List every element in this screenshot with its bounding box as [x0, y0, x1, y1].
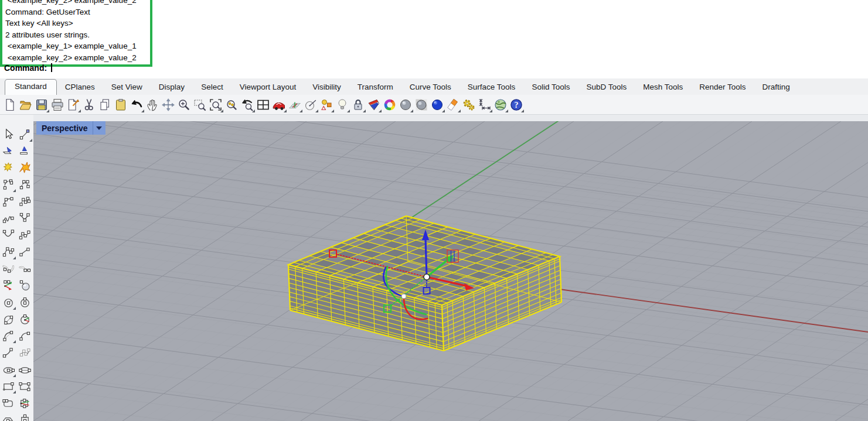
zoom-dynamic-icon[interactable] [176, 97, 192, 112]
earth-globe-icon[interactable] [492, 97, 508, 112]
car-icon[interactable] [271, 97, 287, 112]
rhino-window: <example_key_2> example_value_2Command: … [0, 0, 868, 421]
color-wheel-icon[interactable] [382, 97, 397, 112]
ribbon-tab-surface-tools[interactable]: Surface Tools [459, 80, 524, 95]
lamp-icon[interactable] [334, 97, 350, 112]
help-icon[interactable]: ? [508, 97, 524, 112]
sidebar-icon-circle-center[interactable] [1, 295, 16, 310]
copy-icon[interactable] [97, 97, 113, 112]
sidebar-icon-ellipse-diameter[interactable] [18, 362, 32, 377]
sidebar-icon-control-point-curve[interactable] [18, 194, 32, 209]
perspective-viewport[interactable]: Perspective [33, 121, 868, 421]
viewport-3d-scene[interactable] [33, 121, 868, 421]
viewport-title-tab[interactable]: Perspective [36, 121, 105, 135]
sidebar-icon-rectangle-corner[interactable] [1, 379, 16, 393]
ribbon-tab-render-tools[interactable]: Render Tools [691, 80, 754, 95]
rotate-view-icon[interactable] [160, 97, 176, 112]
sidebar-icon-smash[interactable] [18, 160, 32, 175]
sidebar-row [0, 262, 33, 279]
sidebar-icon-rectangle-axes[interactable] [18, 396, 32, 410]
sidebar-icon-free-form-curve[interactable] [1, 177, 16, 192]
ribbon-tab-curve-tools[interactable]: Curve Tools [401, 80, 459, 95]
sidebar-icon-show-objects[interactable] [18, 144, 32, 159]
shaded-viewport-icon[interactable] [366, 97, 382, 112]
workspace: Perspective [0, 115, 868, 421]
lock-objects-icon[interactable] [350, 97, 366, 112]
undo-icon[interactable] [128, 97, 144, 112]
sidebar-row [0, 379, 33, 396]
sidebar-icon-select-arrow[interactable] [1, 127, 16, 142]
render-preview-sphere-icon[interactable] [413, 97, 429, 112]
sidebar-icon-arc-3pt[interactable] [18, 328, 32, 343]
history-line-clipped: <example_key_2> example_value_2 [5, 0, 148, 6]
sidebar-icon-interpolate-curve[interactable] [1, 194, 16, 209]
sidebar-icon-polyline[interactable] [1, 245, 16, 259]
save-file-icon[interactable] [33, 97, 49, 112]
viewport-title: Perspective [42, 124, 88, 133]
export-icon[interactable] [65, 97, 81, 112]
radius-circle-icon[interactable] [302, 97, 318, 112]
render-blue-sphere-icon[interactable] [429, 97, 445, 112]
sidebar-icon-circle-axes[interactable] [18, 312, 32, 327]
sidebar-icon-polygon-square[interactable] [18, 413, 32, 421]
ribbon-tab-drafting[interactable]: Drafting [754, 80, 798, 95]
history-line: <example_key_1> example_value_1 [5, 40, 148, 52]
sidebar-icon-blend-curve[interactable] [1, 262, 16, 276]
new-file-icon[interactable] [2, 97, 18, 112]
zoom-extents-icon[interactable] [207, 97, 223, 112]
zoom-window-icon[interactable] [192, 97, 207, 112]
sidebar-icon-circle-diameter[interactable] [1, 312, 16, 327]
zoom-selected-icon[interactable] [223, 97, 239, 112]
chevron-down-icon[interactable] [93, 121, 105, 135]
paste-icon[interactable] [113, 97, 128, 112]
sidebar-icon-arc-tangent[interactable] [1, 345, 16, 360]
sidebar-icon-parabola[interactable] [1, 228, 16, 242]
ribbon-tab-visibility[interactable]: Visibility [304, 80, 349, 95]
sidebar-icon-circle-2pt[interactable] [18, 295, 32, 310]
sidebar-icon-rectangle-3pt[interactable] [18, 379, 32, 393]
sidebar-icon-sphere[interactable] [18, 278, 32, 293]
open-file-icon[interactable] [18, 97, 33, 112]
options-gears-icon[interactable] [461, 97, 476, 112]
ribbon-tab-display[interactable]: Display [151, 80, 193, 95]
ribbon-tab-subd-tools[interactable]: SubD Tools [578, 80, 635, 95]
sidebar-icon-line[interactable] [18, 245, 32, 259]
sidebar-icon-polygon-center[interactable] [1, 413, 16, 421]
sidebar-icon-rounded-rectangle[interactable] [1, 396, 16, 410]
sidebar-icon-arc-center[interactable] [1, 328, 16, 343]
ribbon-tab-standard[interactable]: Standard [5, 79, 57, 95]
sidebar-icon-point-curve[interactable] [18, 228, 32, 242]
ribbon-tab-transform[interactable]: Transform [349, 80, 401, 95]
ribbon-tab-cplanes[interactable]: CPlanes [57, 80, 103, 95]
dimension-tools-icon[interactable] [476, 97, 492, 112]
ribbon-tab-solid-tools[interactable]: Solid Tools [523, 80, 578, 95]
undo-view-change-icon[interactable] [239, 97, 255, 112]
cone-icon[interactable] [445, 97, 461, 112]
sidebar-icon-curve-v[interactable] [18, 211, 32, 225]
sidebar-icon-helix[interactable] [1, 211, 16, 225]
pan-view-icon[interactable] [144, 97, 160, 112]
sidebar-icon-point-axes[interactable] [1, 278, 16, 293]
annotation-shapes-icon[interactable] [318, 97, 334, 112]
sidebar-icon-ellipse-center[interactable] [1, 362, 16, 377]
sidebar-icon-move-control-point[interactable] [18, 127, 32, 142]
cplane-grid-icon[interactable] [287, 97, 302, 112]
sidebar-icon-tangent-line[interactable] [18, 262, 32, 276]
sidebar-row [0, 211, 33, 228]
sidebar-icon-curve-through-points[interactable] [18, 177, 32, 192]
sidebar-icon-handle-curve[interactable] [18, 345, 32, 360]
command-prompt[interactable]: Command: [4, 63, 52, 73]
viewport-layout-icon[interactable] [255, 97, 271, 112]
flyout-indicator [13, 307, 16, 310]
ribbon-tab-mesh-tools[interactable]: Mesh Tools [635, 80, 691, 95]
print-icon[interactable] [49, 97, 65, 112]
flyout-indicator [29, 139, 32, 142]
sidebar-icon-explode[interactable] [1, 160, 16, 175]
cut-icon[interactable] [81, 97, 97, 112]
sidebar-icon-hide-objects[interactable] [1, 144, 16, 159]
render-sphere-icon[interactable] [397, 97, 413, 112]
sidebar-row [0, 160, 33, 177]
ribbon-tab-set-view[interactable]: Set View [103, 80, 151, 95]
ribbon-tab-viewport-layout[interactable]: Viewport Layout [232, 80, 305, 95]
ribbon-tab-select[interactable]: Select [193, 80, 232, 95]
